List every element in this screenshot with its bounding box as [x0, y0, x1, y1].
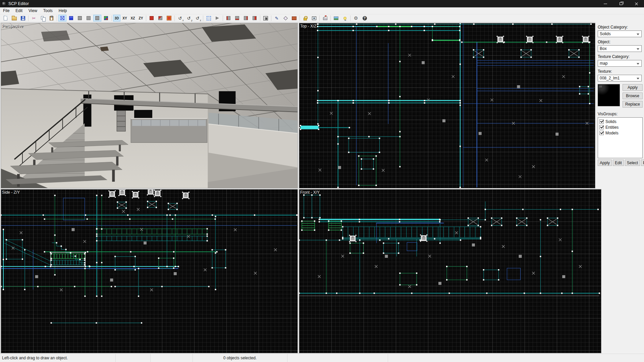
texture-application-button[interactable] [290, 15, 298, 21]
copy-button[interactable] [39, 15, 47, 21]
status-segment-2 [151, 354, 193, 362]
rotate-x-button[interactable]: ↺x [176, 15, 184, 21]
cut-button[interactable]: ✂ [30, 15, 38, 21]
view-3d-button[interactable]: 3D [113, 15, 120, 21]
menu-view[interactable]: View [25, 8, 40, 14]
view-zy-button[interactable]: ZY [137, 15, 145, 21]
object-select[interactable]: Box [598, 45, 642, 52]
face-edit-bottom-button[interactable] [233, 15, 241, 21]
viewport-top-xz[interactable]: Top - X/Z [299, 23, 595, 188]
visgroup-row-entities: Entities [599, 124, 642, 130]
texture-select[interactable]: 008_2_lm1 [598, 75, 642, 81]
render-colored-button[interactable] [102, 15, 110, 21]
close-button[interactable] [629, 0, 644, 7]
render-solid-button[interactable] [67, 15, 75, 21]
pen-tool-button[interactable]: ✎ [273, 15, 281, 21]
toolbar-separator [223, 15, 223, 21]
eraser-tool-button[interactable] [281, 15, 289, 21]
visgroups-apply-button[interactable]: Apply [598, 160, 612, 166]
axis-letter: y [191, 19, 193, 21]
object-value: Box [600, 46, 607, 51]
menu-file[interactable]: File [0, 8, 12, 14]
visgroup-checkbox-entities[interactable] [599, 125, 604, 129]
status-segment-1 [116, 354, 151, 362]
minimize-button[interactable] [598, 0, 613, 7]
texture-category-value: map [600, 61, 607, 66]
selection-box-icon [207, 16, 211, 20]
sidebar: Object Category: Solids Object: Box Text… [595, 14, 644, 354]
close-icon [635, 2, 638, 6]
rotate-y-button[interactable]: ↺y [185, 15, 193, 21]
screen-button[interactable] [310, 15, 318, 21]
object-category-select[interactable]: Solids [598, 31, 642, 37]
viewport-side-zy[interactable]: Side - Z/Y [1, 189, 298, 353]
toolbar-separator [174, 15, 175, 21]
visgroups-select-button[interactable]: Select [625, 160, 640, 166]
visgroup-label: Solids [605, 119, 616, 124]
new-file-button[interactable] [1, 15, 9, 21]
render-wireframe-button[interactable] [58, 15, 66, 21]
solid-red-button[interactable] [148, 15, 156, 21]
entity-tool-button[interactable] [262, 15, 270, 21]
toolbar-separator [330, 15, 331, 21]
save-button[interactable] [19, 15, 27, 21]
visgroup-checkbox-solids[interactable] [599, 119, 604, 124]
cut-icon: ✂ [32, 16, 36, 20]
visgroups-purge-button[interactable]: Purge [641, 160, 644, 166]
face-edit-split-icon [253, 16, 257, 20]
move-selection-icon [216, 16, 219, 20]
options-icon: ⚙ [354, 16, 358, 20]
rotate-z-button[interactable]: ↺z [194, 15, 202, 21]
toolbar-separator [300, 15, 300, 21]
paste-icon [50, 16, 53, 20]
help-button[interactable]: ? [361, 15, 369, 21]
visgroup-label: Entities [605, 125, 619, 130]
selection-box-button[interactable] [205, 15, 213, 21]
view-xy-button[interactable]: XY [121, 15, 128, 21]
face-edit-right-button[interactable] [242, 15, 250, 21]
compile-icon [323, 17, 327, 20]
face-edit-split-button[interactable] [251, 15, 259, 21]
lock-button[interactable] [301, 15, 309, 21]
maximize-button[interactable] [613, 0, 629, 7]
light-button[interactable] [341, 15, 349, 21]
menu-edit[interactable]: Edit [12, 8, 25, 14]
new-file-icon [4, 16, 7, 20]
viewport-perspective[interactable]: Perspective [1, 23, 298, 188]
render-shaded-textured-button[interactable] [93, 15, 101, 21]
rotate-z-icon: ↺z [196, 16, 200, 20]
visgroup-checkbox-models[interactable] [599, 131, 604, 135]
visgroup-label: Models [605, 131, 619, 135]
texture-preview[interactable] [598, 84, 620, 106]
solid-selected-button[interactable] [165, 15, 173, 21]
texture-apply-button[interactable]: Apply [623, 84, 643, 91]
view-xz-button[interactable]: XZ [129, 15, 137, 21]
window-buttons [598, 0, 644, 7]
solid-redgray-button[interactable] [156, 15, 164, 21]
texture-browse-button[interactable]: Browse [623, 93, 643, 99]
menu-help[interactable]: Help [56, 8, 70, 14]
open-button[interactable] [10, 15, 18, 21]
paste-button[interactable] [47, 15, 55, 21]
toolbar-separator [28, 15, 29, 21]
move-selection-button[interactable] [213, 15, 221, 21]
help-icon: ? [363, 16, 367, 20]
texture-category-select[interactable]: map [598, 60, 642, 67]
texture-replace-button[interactable]: Replace [623, 101, 643, 108]
maximize-icon [620, 2, 623, 5]
menu-tools[interactable]: Tools [40, 8, 56, 14]
render-flat-button[interactable] [85, 15, 93, 21]
axis-letter: z [200, 19, 201, 21]
visgroups-edit-button[interactable]: Edit [613, 160, 624, 166]
options-button[interactable]: ⚙ [352, 15, 360, 21]
render-textured-icon [78, 16, 82, 20]
render-textured-button[interactable] [76, 15, 84, 21]
compile-button[interactable] [321, 15, 329, 21]
open-icon [12, 17, 17, 20]
face-edit-left-button[interactable] [224, 15, 232, 21]
status-segment-3: 0 objects selected. [193, 354, 287, 362]
render-wireframe-icon [60, 16, 64, 20]
screenshot-button[interactable] [332, 15, 340, 21]
viewport-front-xy[interactable]: Front - X/Y [299, 189, 601, 353]
visgroups-label: VisGroups: [598, 112, 643, 116]
